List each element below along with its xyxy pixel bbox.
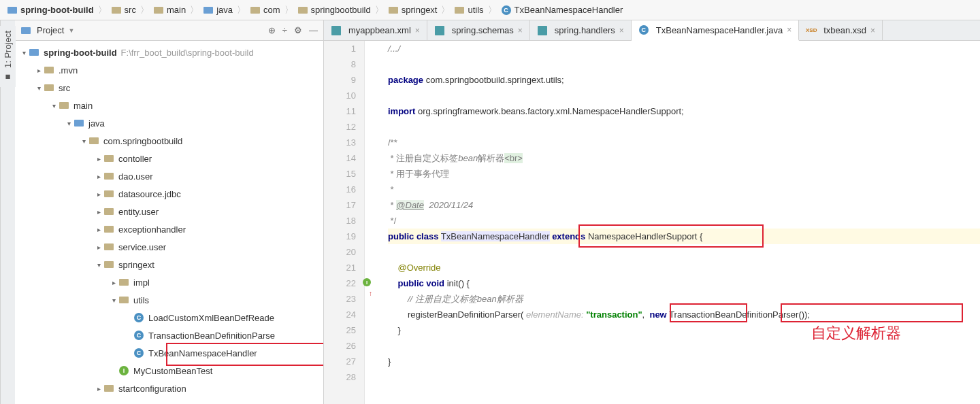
project-panel-title[interactable]: Project <box>37 25 64 35</box>
code-line[interactable]: public void init() { <box>388 275 980 291</box>
folder-icon <box>111 5 122 16</box>
expand-arrow-icon[interactable] <box>49 102 59 110</box>
code-line[interactable]: * @Date 2020/11/24 <box>388 197 980 213</box>
editor-tab[interactable]: spring.schemas× <box>427 20 530 40</box>
tool-window-gutter: ■ 1: Project <box>0 20 15 404</box>
expand-arrow-icon[interactable] <box>109 279 118 286</box>
editor-tab[interactable]: XSDtxbean.xsd× <box>799 20 883 40</box>
code-line[interactable] <box>388 56 980 72</box>
expand-arrow-icon[interactable] <box>34 67 44 74</box>
code-line[interactable]: registerBeanDefinitionParser( elementNam… <box>388 307 980 322</box>
expand-arrow-icon[interactable] <box>94 155 103 163</box>
breadcrumb-item[interactable]: CTxBeanNamespaceHandler <box>498 5 626 16</box>
breadcrumb-item[interactable]: java <box>200 5 235 16</box>
tree-node[interactable]: CTxBeanNamespaceHandler <box>15 344 323 362</box>
breadcrumb-item[interactable]: springext <box>385 5 440 16</box>
tree-node[interactable]: .mvn <box>15 61 323 79</box>
tree-node[interactable]: startconfiguration <box>15 380 323 397</box>
tree-node[interactable]: springext <box>15 256 323 273</box>
expand-arrow-icon[interactable] <box>64 120 74 127</box>
locate-icon[interactable]: ⊕ <box>268 25 276 35</box>
tree-node[interactable]: utils <box>15 291 323 309</box>
close-tab-icon[interactable]: × <box>619 26 624 35</box>
breadcrumb-item[interactable]: springbootbuild <box>295 5 374 16</box>
code-line[interactable]: * 注册自定义标签bean解析器<br> <box>388 150 980 166</box>
expand-arrow-icon[interactable] <box>94 208 103 216</box>
tree-node[interactable]: contoller <box>15 150 323 167</box>
code-line[interactable] <box>388 88 980 103</box>
tree-node[interactable]: impl <box>15 273 323 291</box>
close-tab-icon[interactable]: × <box>415 26 420 35</box>
tree-node[interactable]: java <box>15 114 323 132</box>
folder-icon <box>103 224 114 235</box>
collapse-icon[interactable]: ÷ <box>282 25 287 35</box>
project-tool-tab[interactable]: ■ 1: Project <box>0 26 16 87</box>
code-line[interactable]: /.../ <box>388 41 980 56</box>
close-tab-icon[interactable]: × <box>870 26 875 35</box>
expand-arrow-icon[interactable] <box>94 243 103 251</box>
tree-node[interactable]: service.user <box>15 238 323 256</box>
folder-icon <box>250 5 261 16</box>
class-icon: C <box>501 5 512 16</box>
expand-arrow-icon[interactable] <box>19 49 29 56</box>
code-line[interactable]: package com.springbootbuild.springext.ut… <box>388 72 980 88</box>
code-line[interactable]: /** <box>388 135 980 150</box>
code-line[interactable]: public class TxBeanNamespaceHandler exte… <box>388 229 980 244</box>
code-line[interactable] <box>388 119 980 135</box>
hide-icon[interactable]: — <box>309 25 318 35</box>
code-editor[interactable]: 18910111213141516171819202122I↑232425262… <box>324 41 980 404</box>
override-gutter-icon[interactable]: I↑ <box>363 278 372 288</box>
code-line[interactable]: } <box>388 354 980 369</box>
project-tree[interactable]: spring-boot-buildF:\frr_boot_build\sprin… <box>15 41 323 404</box>
project-icon <box>20 25 31 36</box>
breadcrumb-item[interactable]: main <box>150 5 189 16</box>
tree-node[interactable]: com.springbootbuild <box>15 132 323 150</box>
tree-node[interactable]: main <box>15 97 323 114</box>
expand-arrow-icon[interactable] <box>109 297 118 304</box>
code-line[interactable]: * <box>388 182 980 197</box>
expand-arrow-icon[interactable] <box>94 261 103 269</box>
folder-icon <box>103 153 114 164</box>
code-line[interactable]: * 用于事务代理 <box>388 166 980 182</box>
expand-arrow-icon[interactable] <box>79 137 88 145</box>
tree-node[interactable]: CTransactionBeanDefinitionParse <box>15 326 323 344</box>
tree-node[interactable]: exceptionhandler <box>15 220 323 238</box>
code-body[interactable]: /.../package com.springbootbuild.springe… <box>378 41 980 404</box>
folder-icon <box>153 5 164 16</box>
line-gutter: 18910111213141516171819202122I↑232425262… <box>324 41 365 404</box>
breadcrumb-item[interactable]: src <box>108 5 139 16</box>
tree-node[interactable]: entity.user <box>15 203 323 220</box>
folder-icon <box>88 135 99 146</box>
editor-tab[interactable]: spring.handlers× <box>530 20 632 40</box>
expand-arrow-icon[interactable] <box>34 84 44 92</box>
tree-node[interactable]: src <box>15 79 323 97</box>
editor-tabs: myappbean.xml×spring.schemas×spring.hand… <box>324 20 980 41</box>
code-line[interactable]: import org.springframework.beans.factory… <box>388 103 980 119</box>
expand-arrow-icon[interactable] <box>94 190 103 198</box>
expand-arrow-icon[interactable] <box>94 173 103 180</box>
code-line[interactable] <box>388 244 980 260</box>
breadcrumb-item[interactable]: utils <box>451 5 486 16</box>
close-tab-icon[interactable]: × <box>787 25 791 35</box>
code-line[interactable]: */ <box>388 213 980 229</box>
settings-icon[interactable]: ⚙ <box>294 25 302 35</box>
breadcrumb-item[interactable]: spring-boot-build <box>4 5 97 16</box>
code-line[interactable]: @Override <box>388 260 980 275</box>
folder-icon <box>118 277 129 288</box>
tree-node[interactable]: datasource.jdbc <box>15 185 323 203</box>
folder-icon <box>388 5 399 16</box>
folder-blue-icon <box>29 47 39 58</box>
code-line[interactable]: // 注册自定义标签bean解析器 <box>388 291 980 307</box>
code-line[interactable] <box>388 369 980 385</box>
expand-arrow-icon[interactable] <box>94 226 103 233</box>
tree-node[interactable]: dao.user <box>15 167 323 185</box>
editor-tab[interactable]: myappbean.xml× <box>324 20 427 40</box>
tree-node[interactable]: spring-boot-buildF:\frr_boot_build\sprin… <box>15 44 323 61</box>
editor-tab[interactable]: CTxBeanNamespaceHandler.java× <box>632 20 799 41</box>
expand-arrow-icon[interactable] <box>94 385 103 392</box>
close-tab-icon[interactable]: × <box>518 26 523 35</box>
tree-node[interactable]: IMyCustomBeanTest <box>15 362 323 380</box>
breadcrumb-item[interactable]: com <box>247 5 283 16</box>
project-view-dropdown-icon[interactable]: ▼ <box>68 27 74 34</box>
tree-node[interactable]: CLoadCustomXmlBeanDefReade <box>15 309 323 326</box>
